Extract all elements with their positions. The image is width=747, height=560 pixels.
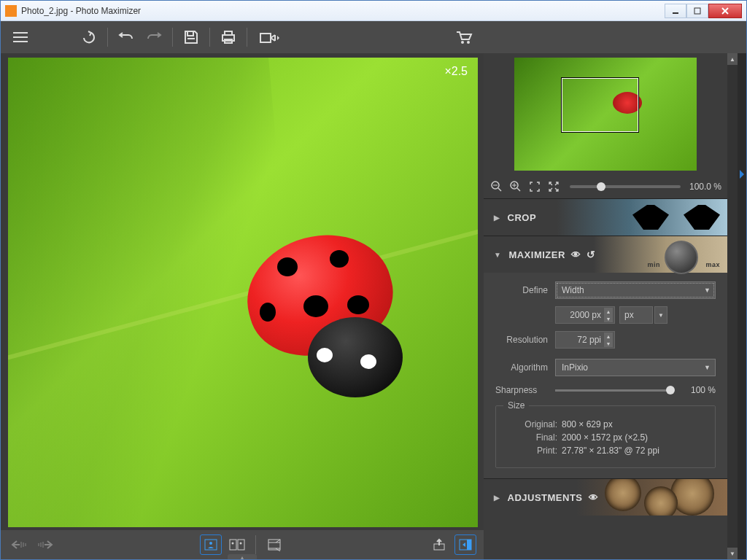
crop-header[interactable]: ▶ CROP bbox=[484, 199, 727, 236]
size-legend: Size bbox=[503, 400, 529, 411]
print-button[interactable] bbox=[216, 25, 241, 50]
zoom-out-button[interactable] bbox=[489, 179, 504, 194]
maximizer-body: Define Width ▼ 2000 px ▲ bbox=[484, 273, 727, 478]
viewport-rect[interactable] bbox=[562, 78, 638, 132]
algorithm-select[interactable]: InPixio ▼ bbox=[555, 359, 716, 376]
dial-min-label: min bbox=[647, 261, 660, 268]
redo-button[interactable] bbox=[142, 25, 166, 50]
image-canvas[interactable]: ×2.5 bbox=[8, 58, 478, 527]
undo-all-button[interactable] bbox=[77, 25, 101, 50]
svg-rect-1 bbox=[694, 8, 700, 14]
section-crop: ▶ CROP bbox=[484, 198, 727, 236]
toolbar bbox=[1, 21, 746, 53]
resolution-label: Resolution bbox=[495, 335, 548, 345]
zoom-tag: ×2.5 bbox=[444, 65, 468, 78]
zoom-percent-label: 100.0 % bbox=[689, 182, 721, 192]
side-tab-handle[interactable] bbox=[740, 170, 744, 179]
close-button[interactable] bbox=[708, 4, 742, 18]
section-adjustments: ▶ ADJUSTMENTS 👁 bbox=[484, 478, 727, 516]
window-title: Photo_2.jpg - Photo Maximizer bbox=[21, 6, 665, 16]
visibility-toggle-icon[interactable]: 👁 bbox=[571, 249, 581, 260]
unit-select[interactable]: px bbox=[619, 306, 653, 324]
svg-rect-18 bbox=[230, 540, 236, 550]
bottom-handle[interactable]: ▴ bbox=[228, 554, 257, 559]
spinner-down-icon[interactable]: ▼ bbox=[604, 340, 613, 347]
actual-size-button[interactable] bbox=[546, 179, 561, 194]
reset-button-icon[interactable]: ↺ bbox=[587, 249, 596, 260]
view-compare-button[interactable] bbox=[226, 534, 248, 555]
svg-line-32 bbox=[517, 188, 520, 191]
export-up-button[interactable] bbox=[428, 534, 450, 555]
crop-label: CROP bbox=[508, 212, 537, 223]
width-spinner[interactable]: 2000 px ▲ ▼ bbox=[555, 306, 615, 324]
navigator-thumb[interactable] bbox=[514, 58, 697, 171]
expand-arrow-icon: ▼ bbox=[494, 251, 501, 259]
size-box: Size Original:800 × 629 px Final:2000 × … bbox=[495, 405, 716, 468]
save-button[interactable] bbox=[179, 25, 204, 50]
zoom-controls: 100.0 % bbox=[484, 175, 727, 198]
filmstrip-icon bbox=[267, 538, 282, 551]
film-strip-button[interactable] bbox=[263, 534, 285, 555]
prev-image-button[interactable] bbox=[8, 534, 30, 555]
cart-icon bbox=[455, 30, 473, 44]
zoom-in-button[interactable] bbox=[508, 179, 523, 194]
svg-point-20 bbox=[231, 542, 233, 545]
sharpness-value: 100 % bbox=[678, 385, 716, 395]
final-value: 2000 × 1572 px (×2.5) bbox=[562, 432, 648, 443]
save-icon bbox=[184, 30, 198, 44]
spinner-down-icon[interactable]: ▼ bbox=[604, 315, 613, 322]
menu-button[interactable] bbox=[8, 25, 33, 50]
panel-toggle-button[interactable] bbox=[454, 534, 476, 555]
app-icon bbox=[5, 5, 17, 17]
hamburger-icon bbox=[13, 32, 28, 42]
zoom-slider[interactable] bbox=[570, 185, 681, 188]
panel-scrollbar[interactable]: ▲ ▼ bbox=[727, 53, 738, 559]
window-controls bbox=[665, 4, 742, 18]
section-maximizer: ▼ MAXIMIZER 👁 ↺ min max Define bbox=[484, 236, 727, 478]
adjustments-header[interactable]: ▶ ADJUSTMENTS 👁 bbox=[484, 479, 727, 516]
final-label: Final: bbox=[506, 432, 557, 443]
svg-point-17 bbox=[209, 542, 212, 545]
define-value: Width bbox=[562, 285, 584, 295]
maximizer-label: MAXIMIZER bbox=[508, 249, 565, 260]
maximize-icon bbox=[694, 7, 701, 15]
scroll-track[interactable] bbox=[727, 65, 738, 548]
spinner-up-icon[interactable]: ▲ bbox=[604, 332, 613, 340]
collapse-arrow-icon: ▶ bbox=[494, 214, 500, 222]
define-select[interactable]: Width ▼ bbox=[555, 281, 716, 299]
maximize-button[interactable] bbox=[686, 4, 708, 18]
maximizer-header[interactable]: ▼ MAXIMIZER 👁 ↺ min max bbox=[484, 236, 727, 273]
preview-area bbox=[484, 53, 727, 175]
unit-caret[interactable]: ▼ bbox=[654, 306, 667, 324]
view-single-button[interactable] bbox=[200, 534, 222, 555]
sharpness-knob[interactable] bbox=[666, 386, 675, 394]
titlebar: Photo_2.jpg - Photo Maximizer bbox=[1, 1, 746, 21]
redo-icon bbox=[146, 31, 162, 43]
sharpness-slider[interactable] bbox=[555, 389, 670, 392]
zoom-slider-knob[interactable] bbox=[597, 182, 605, 191]
side-tab-strip bbox=[738, 53, 746, 559]
share-button[interactable] bbox=[253, 25, 285, 50]
minimize-icon bbox=[672, 7, 679, 15]
zoom-out-icon bbox=[491, 181, 503, 192]
compare-icon bbox=[229, 539, 245, 551]
define-label: Define bbox=[495, 285, 548, 295]
undo-all-icon bbox=[81, 31, 97, 44]
zoom-in-icon bbox=[510, 181, 522, 192]
cart-button[interactable] bbox=[452, 25, 476, 50]
next-image-button[interactable] bbox=[34, 534, 56, 555]
crop-hands-graphic bbox=[632, 205, 720, 230]
spinner-up-icon[interactable]: ▲ bbox=[604, 308, 613, 315]
fit-screen-button[interactable] bbox=[527, 179, 542, 194]
scroll-down-icon[interactable]: ▼ bbox=[727, 548, 738, 559]
resolution-spinner[interactable]: 72 ppi ▲ ▼ bbox=[555, 331, 615, 349]
undo-button[interactable] bbox=[114, 25, 139, 50]
scroll-up-icon[interactable]: ▲ bbox=[727, 53, 738, 65]
share-icon bbox=[259, 31, 279, 44]
right-panel: 100.0 % ▶ CROP ▼ MAXIM bbox=[484, 53, 746, 559]
svg-line-29 bbox=[498, 188, 501, 191]
main-split: ×2.5 bbox=[1, 53, 746, 559]
algorithm-label: Algorithm bbox=[495, 362, 548, 373]
ladybug-subject bbox=[203, 236, 422, 411]
minimize-button[interactable] bbox=[665, 4, 686, 18]
